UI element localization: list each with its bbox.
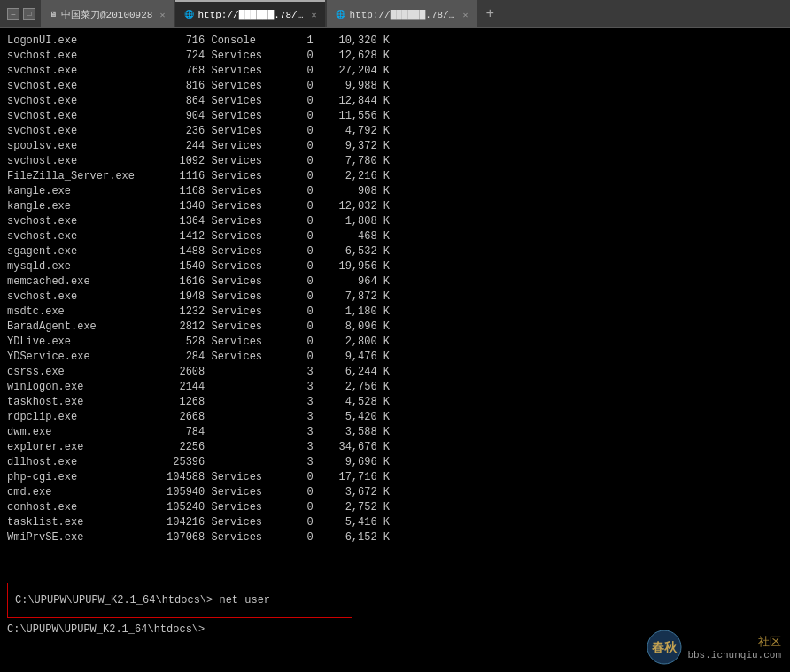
list-item: msdtc.exe 1232 Services 0 1,180 K (7, 305, 783, 320)
tab-icon: 🖥 (50, 10, 58, 19)
list-item: svchost.exe 816 Services 0 9,988 K (7, 79, 783, 94)
minimize-button[interactable]: — (7, 8, 19, 20)
list-item: YDService.exe 284 Services 0 9,476 K (7, 350, 783, 365)
list-item: LogonUI.exe 716 Console 1 10,320 K (7, 34, 783, 49)
list-item: kangle.exe 1340 Services 0 12,032 K (7, 199, 783, 214)
browser-tab-tab2[interactable]: 🌐http://██████.78/ichunqi...✕ (175, 0, 325, 27)
list-item: memcached.exe 1616 Services 0 964 K (7, 274, 783, 290)
list-item: cmd.exe 105940 Services 0 3,672 K (7, 485, 783, 500)
list-item: mysqld.exe 1540 Services 0 19,956 K (7, 259, 783, 274)
tab-bar: 🖥中国菜刀@20100928✕🌐http://██████.78/ichunqi… (41, 0, 783, 27)
maximize-button[interactable]: □ (23, 8, 35, 20)
list-item: spoolsv.exe 244 Services 0 9,372 K (7, 139, 783, 154)
new-tab-button[interactable]: + (479, 0, 502, 27)
watermark-site: bbs.ichunqiu.com (687, 650, 781, 660)
list-item: rdpclip.exe 2668 3 5,420 K (7, 410, 783, 425)
tab-title: http://██████.78/ichunqi... (349, 10, 455, 20)
watermark: 春秋 社区 bbs.ichunqiu.com (647, 630, 781, 665)
list-item: svchost.exe 904 Services 0 11,556 K (7, 109, 783, 124)
community-label: 社区 (687, 634, 781, 650)
list-item: tasklist.exe 104216 Services 0 5,416 K (7, 515, 783, 530)
watermark-text-block: 社区 bbs.ichunqiu.com (687, 634, 781, 660)
command-box: C:\UPUPW\UPUPW_K2.1_64\htdocs\> net user (7, 583, 352, 618)
list-item: FileZilla_Server.exe 1116 Services 0 2,2… (7, 169, 783, 184)
bottom-area: C:\UPUPW\UPUPW_K2.1_64\htdocs\> net user… (0, 575, 790, 672)
list-item: php-cgi.exe 104588 Services 0 17,716 K (7, 470, 783, 485)
command-prompt: C:\UPUPW\UPUPW_K2.1_64\htdocs\> (15, 594, 213, 606)
list-item: sgagent.exe 1488 Services 0 6,532 K (7, 244, 783, 259)
browser-tab-tab1[interactable]: 🖥中国菜刀@20100928✕ (41, 0, 174, 27)
tab-close-btn[interactable]: ✕ (159, 10, 165, 20)
watermark-logo: 春秋 (647, 630, 682, 665)
command-text: net user (219, 594, 270, 606)
list-item: WmiPrvSE.exe 107068 Services 0 6,152 K (7, 530, 783, 545)
tab-icon: 🌐 (336, 10, 345, 19)
browser-chrome: — □ 🖥中国菜刀@20100928✕🌐http://██████.78/ich… (0, 0, 790, 28)
list-item: winlogon.exe 2144 3 2,756 K (7, 380, 783, 395)
list-item: dwm.exe 784 3 3,588 K (7, 425, 783, 440)
list-item: svchost.exe 1412 Services 0 468 K (7, 229, 783, 244)
list-item: svchost.exe 1092 Services 0 7,780 K (7, 154, 783, 169)
terminal-output: LogonUI.exe 716 Console 1 10,320 Ksvchos… (0, 28, 790, 575)
tab-close-btn[interactable]: ✕ (311, 10, 316, 20)
list-item: YDLive.exe 528 Services 0 2,800 K (7, 335, 783, 350)
tab-close-btn[interactable]: ✕ (462, 10, 468, 20)
list-item: svchost.exe 724 Services 0 12,628 K (7, 49, 783, 64)
list-item: svchost.exe 864 Services 0 12,844 K (7, 94, 783, 109)
list-item: csrss.exe 2608 3 6,244 K (7, 365, 783, 380)
tab-title: http://██████.78/ichunqi... (198, 10, 304, 20)
list-item: BaradAgent.exe 2812 Services 0 8,096 K (7, 320, 783, 335)
list-item: svchost.exe 768 Services 0 27,204 K (7, 64, 783, 79)
list-item: kangle.exe 1168 Services 0 908 K (7, 184, 783, 199)
list-item: dllhost.exe 25396 3 9,696 K (7, 455, 783, 470)
list-item: svchost.exe 1948 Services 0 7,872 K (7, 290, 783, 305)
list-item: svchost.exe 1364 Services 0 1,808 K (7, 214, 783, 229)
list-item: conhost.exe 105240 Services 0 2,752 K (7, 500, 783, 515)
list-item: explorer.exe 2256 3 34,676 K (7, 440, 783, 455)
browser-tab-tab3[interactable]: 🌐http://██████.78/ichunqi...✕ (327, 0, 476, 27)
window-controls[interactable]: — □ (7, 8, 35, 20)
tab-icon: 🌐 (184, 10, 194, 19)
list-item: taskhost.exe 1268 3 4,528 K (7, 395, 783, 410)
svg-text:春秋: 春秋 (652, 640, 678, 654)
list-item: svchost.exe 236 Services 0 4,792 K (7, 124, 783, 139)
tab-title: 中国菜刀@20100928 (61, 8, 152, 21)
process-table: LogonUI.exe 716 Console 1 10,320 Ksvchos… (7, 34, 783, 545)
